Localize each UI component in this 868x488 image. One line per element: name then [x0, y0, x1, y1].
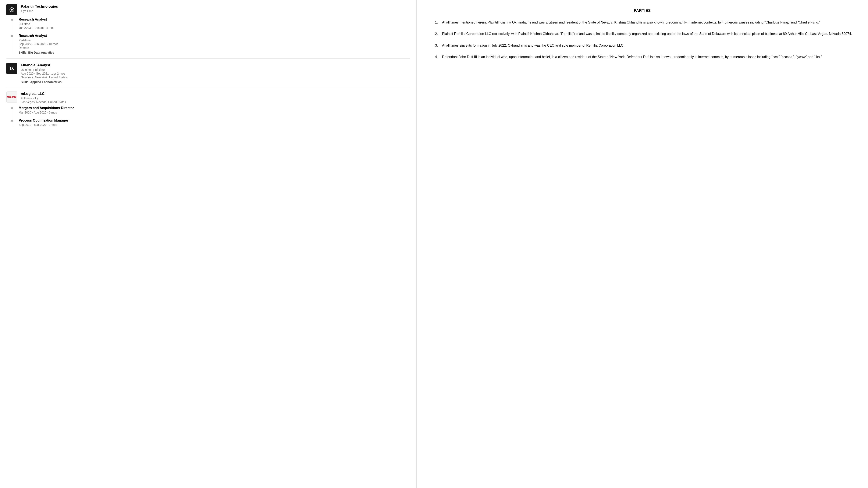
- paragraph-3: 3.At all times since its formation in Ju…: [429, 42, 855, 49]
- palantir-duration: 1 yr 1 mo: [21, 9, 410, 13]
- deloitte-logo: D.: [6, 63, 18, 74]
- deloitte-company-type: Deloitte · Full-time: [21, 68, 410, 71]
- deloitte-skills: Skills: Applied Econometrics: [21, 80, 410, 84]
- deloitte-company-info: Financial Analyst Deloitte · Full-time A…: [21, 63, 410, 84]
- mlogica-company-info: mLogica, LLC Full-time · 1 yr Las Vegas,…: [21, 92, 410, 104]
- role-type: Full-time: [19, 22, 410, 26]
- role-details: Mergers and Acquisitions Director Mar 20…: [19, 106, 410, 114]
- paragraph-number: 3.: [429, 42, 442, 49]
- palantir-company-block: Palantir Technologies 1 yr 1 mo: [6, 4, 410, 15]
- mlogica-name: mLogica, LLC: [21, 92, 410, 96]
- mlogica-logo: mLOGICA: [6, 92, 18, 102]
- skills-label: Skills:: [19, 51, 28, 54]
- role-title: Research Analyst: [19, 18, 410, 22]
- right-panel: PARTIES 1.At all times mentioned herein,…: [416, 0, 868, 488]
- role-location: Remote: [19, 46, 410, 50]
- paragraph-4: 4.Defendant John Duff III is an individu…: [429, 54, 855, 60]
- deloitte-company-block: D. Financial Analyst Deloitte · Full-tim…: [6, 63, 410, 84]
- role-dot: [11, 35, 13, 37]
- mlogica-company-block: mLOGICA mLogica, LLC Full-time · 1 yr La…: [6, 92, 410, 104]
- palantir-logo: [6, 4, 18, 15]
- paragraph-2: 2.Plaintiff Remilia Corporation LLC (col…: [429, 31, 855, 37]
- deloitte-location: New York, New York, United States: [21, 76, 410, 79]
- document-body: 1.At all times mentioned herein, Plainti…: [429, 19, 855, 60]
- role-dates: Sep 2022 - Jun 2023 · 10 mos: [19, 42, 410, 46]
- role-type: Part-time: [19, 38, 410, 42]
- paragraph-text: Plaintiff Remilia Corporation LLC (colle…: [442, 31, 855, 37]
- deloitte-role-title: Financial Analyst: [21, 63, 410, 68]
- deloitte-logo-letter: D.: [9, 66, 14, 71]
- mlogica-duration: Full-time · 1 yr: [21, 97, 410, 100]
- paragraph-number: 2.: [429, 31, 442, 37]
- palantir-roles: Research Analyst Full-time Jun 2023 - Pr…: [12, 18, 410, 54]
- list-item: Research Analyst Part-time Sep 2022 - Ju…: [19, 34, 410, 54]
- paragraph-text: At all times mentioned herein, Plaintiff…: [442, 19, 855, 26]
- palantir-name: Palantir Technologies: [21, 4, 410, 9]
- skills-value: Applied Econometrics: [30, 80, 62, 84]
- mlogica-logo-text: mLOGICA: [7, 96, 17, 98]
- role-dot: [11, 107, 13, 109]
- mlogica-roles: Mergers and Acquisitions Director Mar 20…: [12, 106, 410, 127]
- role-title: Mergers and Acquisitions Director: [19, 106, 410, 110]
- document-section-title: PARTIES: [429, 8, 855, 13]
- palantir-company-info: Palantir Technologies 1 yr 1 mo: [21, 4, 410, 13]
- section-divider: [6, 87, 410, 87]
- mlogica-location: Las Vegas, Nevada, United States: [21, 100, 410, 104]
- role-details: Research Analyst Full-time Jun 2023 - Pr…: [19, 18, 410, 29]
- list-item: Research Analyst Full-time Jun 2023 - Pr…: [19, 18, 410, 29]
- paragraph-1: 1.At all times mentioned herein, Plainti…: [429, 19, 855, 26]
- list-item: Process Optimization Manager Sep 2019 - …: [19, 119, 410, 127]
- skills-value: Big Data Analytics: [28, 51, 54, 54]
- paragraph-text: Defendant John Duff III is an individual…: [442, 54, 855, 60]
- left-panel: Palantir Technologies 1 yr 1 mo Research…: [0, 0, 416, 488]
- paragraph-number: 4.: [429, 54, 442, 60]
- role-title: Research Analyst: [19, 34, 410, 38]
- role-dates: Sep 2019 - Mar 2020 · 7 mos: [19, 123, 410, 126]
- role-details: Research Analyst Part-time Sep 2022 - Ju…: [19, 34, 410, 54]
- role-dates: Mar 2020 - Aug 2020 · 6 mos: [19, 111, 410, 114]
- paragraph-text: At all times since its formation in July…: [442, 42, 855, 49]
- paragraph-number: 1.: [429, 19, 442, 26]
- list-item: Mergers and Acquisitions Director Mar 20…: [19, 106, 410, 114]
- role-dot: [11, 19, 13, 21]
- role-details: Process Optimization Manager Sep 2019 - …: [19, 119, 410, 127]
- deloitte-dates: Aug 2020 - Sep 2021 · 1 yr 2 mos: [21, 72, 410, 75]
- role-title: Process Optimization Manager: [19, 119, 410, 123]
- role-dot: [11, 120, 13, 122]
- svg-point-1: [11, 9, 13, 10]
- role-skills: Skills: Big Data Analytics: [19, 51, 410, 54]
- role-dates: Jun 2023 - Present · 4 mos: [19, 26, 410, 29]
- skills-label: Skills:: [21, 80, 30, 84]
